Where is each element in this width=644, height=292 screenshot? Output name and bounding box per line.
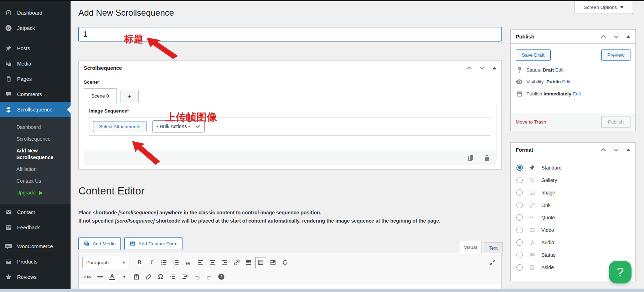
contact-form-icon: [129, 240, 136, 247]
add-media-button[interactable]: Add Media: [78, 237, 121, 250]
annotation-upload-note: 上传帧图像: [165, 110, 217, 125]
clear-formatting-button[interactable]: [143, 271, 154, 282]
submenu-item-contact-us[interactable]: Contact Us: [0, 175, 71, 187]
publish-button[interactable]: Publish: [601, 116, 630, 128]
star-icon: [5, 273, 12, 281]
help-bubble-button[interactable]: ?: [609, 261, 632, 283]
sidebar-item-contact[interactable]: Contact: [0, 204, 71, 220]
move-down-icon[interactable]: [479, 66, 485, 70]
strikethrough-button[interactable]: ABC: [82, 271, 93, 282]
read-more-button[interactable]: [243, 257, 254, 268]
blockquote-button[interactable]: “: [182, 257, 194, 268]
special-character-button[interactable]: Ω: [155, 271, 166, 282]
edit-visibility-link[interactable]: Edit: [562, 79, 570, 84]
move-down-icon[interactable]: [613, 35, 619, 38]
tab-text[interactable]: Text: [484, 242, 503, 254]
radio-status[interactable]: [516, 252, 523, 258]
sidebar-item-jetpack[interactable]: Jetpack: [0, 20, 71, 36]
move-up-icon[interactable]: [467, 66, 472, 70]
submenu-item-add-new[interactable]: Add New Scrollsequence: [0, 145, 71, 163]
feedback-icon: [5, 224, 12, 231]
text-color-dropdown-icon[interactable]: [119, 271, 130, 282]
sidebar-item-label: Scrollsequence: [17, 107, 52, 113]
scrollsequence-submenu: Dashboard Scrollsequence Add New Scrolls…: [0, 117, 71, 204]
editor-toolbar-row1: Paragraph B I “: [79, 253, 501, 270]
edit-schedule-link[interactable]: Edit: [573, 91, 581, 97]
screen-options-button[interactable]: Screen Options: [575, 1, 633, 14]
tab-scene-0[interactable]: Scene 0: [84, 88, 117, 103]
indent-button[interactable]: [179, 271, 190, 282]
sidebar-item-feedback[interactable]: Feedback: [0, 220, 71, 235]
align-left-button[interactable]: [195, 257, 206, 268]
publish-footer: Move to Trash Publish: [511, 113, 635, 131]
insert-form-button[interactable]: [267, 257, 278, 268]
fullscreen-icon[interactable]: [487, 257, 498, 268]
collapse-toggle-icon[interactable]: [492, 67, 496, 69]
align-center-button[interactable]: [207, 257, 218, 268]
sidebar-item-scrollsequence[interactable]: Scrollsequence: [0, 102, 71, 117]
add-scene-tab-button[interactable]: +: [120, 90, 139, 103]
submenu-item-upgrade[interactable]: Upgrade: [0, 187, 71, 199]
edit-status-link[interactable]: Edit: [555, 67, 563, 73]
sidebar-item-pages[interactable]: Pages: [0, 71, 71, 87]
preview-button[interactable]: Preview: [601, 49, 630, 61]
add-contact-form-button[interactable]: Add Contact Form: [124, 237, 183, 250]
publish-time-label: Publish: [526, 91, 542, 97]
duplicate-icon[interactable]: [467, 154, 475, 162]
radio-standard[interactable]: [516, 165, 523, 171]
move-up-icon[interactable]: [601, 35, 606, 38]
trash-icon[interactable]: [483, 154, 490, 162]
tab-visual[interactable]: Visual: [459, 241, 482, 254]
sidebar-item-woocommerce[interactable]: Woo WooCommerce: [0, 239, 71, 254]
visibility-label: Visibility:: [526, 79, 545, 84]
select-attachments-button[interactable]: Select Attachments: [93, 121, 146, 132]
radio-image[interactable]: [516, 189, 523, 196]
help-icon[interactable]: ?: [216, 271, 227, 282]
pin-icon: [527, 165, 537, 171]
sidebar-item-dashboard[interactable]: Dashboard: [0, 5, 71, 20]
paragraph-format-select[interactable]: Paragraph: [82, 257, 129, 268]
radio-quote[interactable]: [516, 214, 523, 221]
editor-content-area[interactable]: [79, 285, 501, 288]
sidebar-item-products[interactable]: Products: [0, 254, 71, 269]
collapse-toggle-icon[interactable]: [626, 35, 630, 38]
sidebar-item-label: Feedback: [17, 225, 40, 230]
bold-button[interactable]: B: [134, 257, 145, 268]
save-draft-button[interactable]: Save Draft: [516, 49, 551, 61]
radio-link[interactable]: [516, 202, 523, 208]
move-up-icon[interactable]: [601, 148, 606, 152]
submenu-item-dashboard[interactable]: Dashboard: [0, 121, 71, 133]
annotation-arrow-title: [145, 36, 182, 62]
submenu-item-affiliation[interactable]: Affiliation: [0, 163, 71, 175]
sidebar-item-label: Contact: [17, 209, 35, 215]
bullet-list-button[interactable]: [158, 257, 169, 268]
italic-button[interactable]: I: [146, 257, 157, 268]
status-label: Status:: [526, 67, 541, 73]
radio-audio[interactable]: [516, 239, 523, 246]
move-down-icon[interactable]: [613, 148, 619, 152]
sidebar-item-reviews[interactable]: Reviews: [0, 269, 71, 285]
text-color-button[interactable]: A: [107, 271, 118, 282]
outdent-button[interactable]: [167, 271, 178, 282]
submenu-item-scrollsequence[interactable]: Scrollsequence: [0, 133, 71, 145]
attachments-box: Select Attachments - Bulk Actions -: [89, 117, 491, 136]
sidebar-item-posts[interactable]: Posts: [0, 41, 71, 56]
sidebar-item-media[interactable]: Media: [0, 56, 71, 71]
radio-gallery[interactable]: [516, 177, 523, 183]
move-to-trash-link[interactable]: Move to Trash: [516, 119, 546, 125]
undo-button[interactable]: [191, 271, 202, 282]
link-button[interactable]: [231, 257, 242, 268]
numbered-list-button[interactable]: [170, 257, 181, 268]
radio-video[interactable]: [516, 227, 523, 233]
paste-as-text-button[interactable]: [131, 271, 142, 282]
align-right-button[interactable]: [219, 257, 230, 268]
format-option-standard: Standard: [516, 161, 630, 174]
toolbar-toggle-button[interactable]: [255, 257, 266, 268]
horizontal-rule-button[interactable]: [94, 271, 105, 282]
radio-aside[interactable]: [516, 264, 523, 271]
format-option-link: Link: [516, 199, 630, 211]
collapse-toggle-icon[interactable]: [626, 148, 630, 151]
sidebar-item-comments[interactable]: Comments: [0, 87, 71, 102]
redo-button[interactable]: [203, 271, 215, 282]
refresh-button[interactable]: [279, 257, 290, 268]
